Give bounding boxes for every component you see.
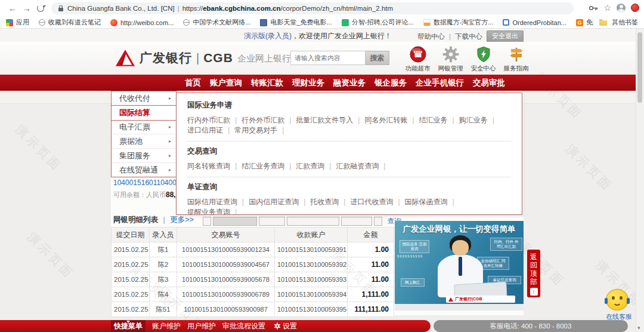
other-bookmarks[interactable]: 其他书签 [593, 18, 638, 27]
desk-image [395, 304, 524, 311]
nav-item[interactable]: 企业手机银行 [416, 75, 464, 91]
bookmark-item[interactable]: OrderedProbitan... [503, 19, 566, 26]
panel-link[interactable]: 国际保函查询 [405, 198, 459, 206]
cell-amount: 111,111.00 [348, 302, 394, 317]
cgb-logo-icon [448, 297, 453, 302]
bookmark-item[interactable]: 中国学术文献网络... [183, 18, 250, 27]
panel-link[interactable]: 常用交易对手 [234, 126, 289, 134]
obscured-control[interactable] [203, 217, 211, 226]
app-market-button[interactable]: 功能超市 [403, 45, 432, 73]
search-input[interactable] [290, 51, 366, 65]
menu-item[interactable]: 国际结算 [111, 105, 177, 121]
table-row[interactable]: 2015.02.25 陈51 10100151301000593900987 1… [112, 302, 394, 317]
panel-link[interactable]: 进口代收查询 [350, 198, 404, 206]
nav-item[interactable]: 理财业务 [292, 75, 324, 91]
account-number-link[interactable]: 10400151601104001 [113, 179, 175, 187]
settings-button[interactable]: 设置 [274, 321, 297, 331]
browser-actions: ☆ [589, 3, 639, 13]
bookmark-item[interactable]: 收藏到有道云笔记 [39, 18, 101, 27]
table-row[interactable]: 2015.02.25 陈4 101001513010005939006789 1… [112, 287, 394, 302]
signpost-icon [507, 45, 525, 63]
online-service-widget[interactable]: 在线客服 [606, 289, 632, 321]
obscured-control[interactable] [374, 217, 382, 226]
menu-item[interactable]: 电子汇票 ▸ [112, 120, 176, 134]
url-company: China Guangfa Bank Co., Ltd. [CN] [67, 5, 175, 12]
obscured-control[interactable] [287, 217, 339, 226]
table-row[interactable]: 2015.02.25 陈2 101001513010005939004567 1… [112, 257, 394, 272]
menu-item[interactable]: 票据池 ▸ [112, 134, 176, 149]
back-to-top-button[interactable]: 返回顶部 ↑ [527, 250, 540, 297]
browser-extension-icon[interactable] [631, 4, 639, 12]
user-maintenance-link[interactable]: 用户维护 [187, 321, 216, 331]
panel-link[interactable]: 进口信用证 [187, 126, 234, 134]
bookmark-item[interactable]: 免费网页抓取软件,... [576, 18, 593, 27]
bookmark-item[interactable]: 数据魔方-淘宝官方... [423, 18, 494, 27]
profile-avatar-icon[interactable] [617, 4, 626, 13]
help-center-link[interactable]: 帮助中心 [417, 32, 445, 41]
obscured-control[interactable] [341, 217, 372, 226]
bookmark-item[interactable]: 应用 [6, 18, 29, 27]
detail-table: 提交日期 录入员 交易账号 收款账户 金额 2015.02.25 陈1 1010… [111, 227, 394, 317]
cell-amount: 1,111.00 [348, 287, 394, 302]
menu-item[interactable]: 代收代付 ▸ [112, 91, 176, 106]
service-guide-button[interactable]: 服务指南 [501, 45, 531, 73]
browser-reload-icon[interactable] [37, 5, 44, 12]
obscured-control[interactable] [213, 217, 257, 226]
panel-link[interactable]: 结汇业务 [419, 116, 459, 124]
bookmark-label: 分智-招聘,公司评论... [352, 18, 414, 27]
page-scrollbar[interactable]: ▾ [636, 29, 644, 332]
obscured-control[interactable] [259, 217, 285, 226]
url-scheme: https:// [182, 5, 203, 12]
scrollbar-thumb[interactable] [637, 32, 642, 103]
panel-link[interactable]: 提醒业务查询 [187, 208, 242, 215]
nav-item[interactable]: 转账汇款 [251, 75, 283, 91]
table-row[interactable]: 2015.02.25 陈1 101001513010005939001234 1… [112, 242, 394, 257]
nav-item[interactable]: 银企服务 [374, 75, 407, 91]
panel-link[interactable]: 行外外币汇款 [242, 116, 296, 124]
panel-link[interactable]: 同名外汇转账 [364, 116, 419, 124]
menu-item-label: 集团服务 [119, 151, 150, 160]
cell-operator: 陈4 [150, 287, 177, 302]
approval-flow-settings-link[interactable]: 审批流程设置 [222, 321, 265, 331]
panel-link[interactable]: 结汇业务查询 [242, 162, 296, 170]
panel-link[interactable]: 汇款融资查询 [336, 162, 390, 170]
scrollbar-down-arrow[interactable]: ▾ [637, 325, 640, 331]
menu-item-label: 电子汇票 [119, 122, 150, 131]
nav-item[interactable]: 融资业务 [333, 75, 366, 91]
nav-item[interactable]: 交易审批 [473, 75, 505, 91]
panel-link[interactable]: 国内信用证查询 [249, 198, 310, 206]
security-center-button[interactable]: 安全中心 [469, 45, 498, 73]
panel-link[interactable]: 托收查询 [310, 198, 350, 206]
panel-link[interactable]: 汇款查询 [296, 162, 336, 170]
hotline-bar: 客服电话: 400 - 830 - 8003 [434, 320, 628, 332]
bookmark-star-icon[interactable]: ☆ [603, 3, 611, 13]
obscured-filter-strip: 查询 [203, 216, 401, 226]
panel-link[interactable]: 同名转账查询 [187, 162, 242, 170]
search-button[interactable]: 搜索 [366, 51, 389, 65]
download-center-link[interactable]: 下载中心 [455, 32, 482, 41]
more-link[interactable]: 更多>> [170, 216, 194, 224]
panel-link[interactable]: 国际信用证查询 [187, 198, 249, 206]
nav-item[interactable]: 账户查询 [210, 75, 242, 91]
menu-item[interactable]: 集团服务 ▸ [112, 149, 176, 163]
ad-banner[interactable]: 广发企业网银，让一切变得简单 国际业务 交易查询 行内、行外 外币汇出汇款 全自… [395, 221, 524, 311]
bookmark-item[interactable]: http://weibo.com... [110, 19, 174, 26]
panel-link[interactable]: 行内外币汇款 [187, 116, 242, 124]
bookmark-item[interactable]: 分智-招聘,公司评论... [342, 18, 414, 27]
bookmark-item[interactable]: 电影天堂_免费电影... [260, 18, 332, 27]
address-bar[interactable]: China Guangfa Bank Co., Ltd. [CN]|https:… [51, 2, 574, 14]
menu-item[interactable]: 在线贸融通 ▸ [112, 163, 176, 177]
account-maintenance-link[interactable]: 账户维护 [152, 321, 181, 331]
browser-back-icon[interactable]: ← [8, 3, 17, 14]
ebank-admin-button[interactable]: 网银管理 [436, 45, 465, 73]
browser-forward-icon[interactable]: → [23, 3, 31, 14]
panel-link[interactable]: 批量汇款文件导入 [296, 116, 364, 124]
safe-logout-button[interactable]: 安全退出 [487, 30, 524, 42]
quick-menu-tab[interactable]: 快捷菜单 [111, 320, 145, 332]
nav-items: 首页账户查询转账汇款理财业务融资业务银企服务企业手机银行交易审批 [185, 75, 505, 91]
table-row[interactable]: 2015.02.25 陈3 101001513010005939005678 1… [112, 272, 394, 287]
nav-item[interactable]: 首页 [185, 75, 201, 91]
panel-link[interactable]: 购汇业务 [459, 116, 499, 124]
col-amount: 金额 [348, 228, 394, 242]
key-icon[interactable] [589, 5, 598, 11]
